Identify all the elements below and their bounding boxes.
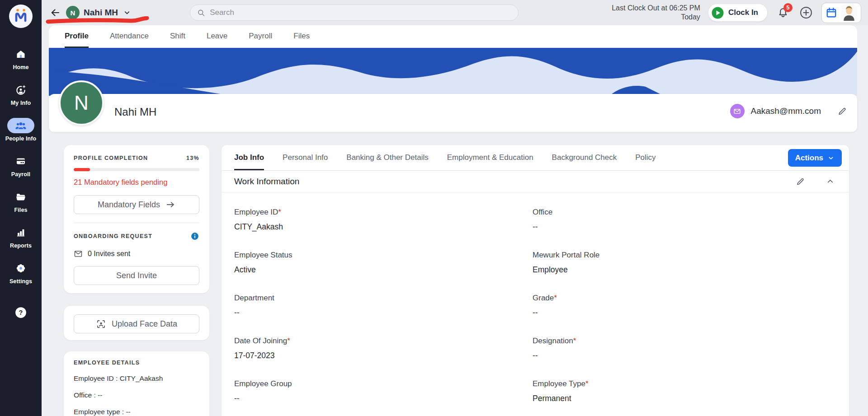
notifications-button[interactable]: 5	[775, 5, 791, 20]
mandatory-fields-button[interactable]: Mandatory Fields	[74, 195, 199, 214]
section-title: Work Information	[234, 177, 299, 187]
edit-profile-button[interactable]	[837, 106, 847, 116]
mandatory-pending-text: 21 Mandatory fields pending	[74, 178, 199, 187]
plus-circle-icon	[799, 6, 813, 19]
files-icon	[15, 192, 26, 202]
sidebar-item-label: Reports	[10, 243, 32, 249]
search-bar	[190, 5, 519, 21]
employee-details-title: EMPLOYEE DETAILS	[74, 360, 199, 366]
tab-employment-education[interactable]: Employment & Education	[447, 153, 533, 170]
sidebar-item-files[interactable]: Files	[0, 183, 42, 219]
profile-section-tabs: Job Info Personal Info Banking & Other D…	[222, 145, 849, 171]
field-designation: Designation* --	[533, 337, 835, 360]
sidebar-item-home[interactable]: Home	[0, 41, 42, 76]
required-marker: *	[573, 337, 576, 345]
profile-name: Nahi MH	[114, 106, 156, 118]
settings-gear-icon	[15, 262, 27, 274]
required-marker: *	[278, 208, 281, 216]
mewurk-logo-icon	[8, 4, 33, 29]
collapse-section-button[interactable]	[826, 177, 835, 186]
detail-office: Office : --	[74, 391, 199, 399]
required-marker: *	[554, 294, 557, 302]
tab-leave[interactable]: Leave	[207, 32, 227, 48]
tab-personal-info[interactable]: Personal Info	[283, 153, 328, 170]
tab-policy[interactable]: Policy	[635, 153, 656, 170]
notification-badge: 5	[783, 3, 793, 12]
pencil-icon	[837, 106, 847, 116]
field-label: Employee Status	[234, 251, 292, 259]
profile-completion-percent: 13%	[186, 155, 199, 161]
sidebar-item-settings[interactable]: Settings	[0, 255, 42, 290]
sidebar-item-reports[interactable]: Reports	[0, 219, 42, 255]
detail-employee-type: Employee type : --	[74, 408, 199, 416]
arrow-right-icon	[165, 200, 175, 210]
calendar-icon	[826, 7, 837, 19]
tab-payroll[interactable]: Payroll	[249, 32, 272, 48]
mail-icon	[733, 108, 741, 115]
field-label: Date Of Joining	[234, 337, 287, 345]
edit-work-info-button[interactable]	[796, 177, 805, 186]
play-icon	[712, 7, 724, 19]
profile-banner	[49, 48, 857, 96]
reports-icon	[15, 227, 26, 238]
profile-avatar: N	[59, 80, 104, 126]
home-icon	[15, 49, 26, 60]
profile-header-card: N Nahi MH Aakash@mm.com	[49, 94, 857, 132]
upload-face-data-button[interactable]: Upload Face Data	[74, 314, 199, 333]
user-avatar	[841, 5, 857, 21]
tab-job-info[interactable]: Job Info	[234, 153, 264, 170]
tab-shift[interactable]: Shift	[170, 32, 185, 48]
field-label: Employee Type	[533, 379, 585, 388]
sidebar-item-people-info[interactable]: People Info	[0, 112, 42, 148]
envelope-icon	[74, 249, 83, 258]
field-value: CITY_Aakash	[234, 222, 533, 232]
tab-attendance[interactable]: Attendance	[110, 32, 149, 48]
field-value: --	[533, 222, 835, 232]
banner-waves-graphic	[49, 48, 857, 96]
field-value: Active	[234, 265, 533, 275]
sidebar-item-payroll[interactable]: Payroll	[0, 148, 42, 183]
field-value: 17-07-2023	[234, 351, 533, 360]
actions-button[interactable]: Actions	[788, 149, 842, 167]
tab-profile[interactable]: Profile	[65, 32, 89, 48]
field-office: Office --	[533, 208, 835, 232]
sidebar-item-my-info[interactable]: My Info	[0, 76, 42, 112]
last-clock-out-day: Today	[612, 13, 700, 22]
quick-add-button[interactable]	[798, 5, 814, 20]
help-button[interactable]: ?	[14, 306, 28, 321]
work-information-header: Work Information	[222, 171, 849, 192]
field-label: Employee ID	[234, 208, 278, 216]
field-label: Grade	[533, 294, 554, 302]
last-clock-out-line: Last Clock Out at 06:25 PM	[612, 4, 700, 13]
upload-face-data-label: Upload Face Data	[112, 319, 177, 329]
required-marker: *	[287, 337, 290, 345]
back-button[interactable]	[48, 5, 62, 20]
field-grade: Grade* --	[533, 294, 835, 318]
search-input[interactable]	[210, 8, 512, 17]
user-menu[interactable]	[821, 3, 861, 23]
info-icon[interactable]	[190, 232, 199, 241]
sidebar-item-label: Payroll	[11, 171, 30, 178]
clock-in-label: Clock In	[728, 8, 758, 17]
detail-employee-id: Employee ID : CITY_Aakash	[74, 374, 199, 383]
field-label: Designation	[533, 337, 573, 345]
send-invite-button[interactable]: Send Invite	[74, 266, 199, 285]
field-label: Office	[533, 208, 552, 216]
field-employee-type: Employee Type* Permanent	[533, 379, 835, 403]
completion-progress-fill	[74, 168, 90, 171]
field-value: --	[234, 308, 533, 318]
field-label: Employee Group	[234, 379, 292, 388]
tab-banking-other-details[interactable]: Banking & Other Details	[346, 153, 428, 170]
tab-files[interactable]: Files	[293, 32, 310, 48]
employee-avatar-initial: N	[66, 6, 80, 19]
tab-background-check[interactable]: Background Check	[552, 153, 617, 170]
invites-sent-text: 0 Invites sent	[88, 250, 130, 258]
app-logo[interactable]	[8, 4, 33, 31]
send-invite-label: Send Invite	[116, 271, 157, 280]
arrow-left-icon	[50, 7, 61, 18]
employee-switcher[interactable]: N Nahi MH	[66, 6, 132, 19]
clock-in-button[interactable]: Clock In	[708, 4, 768, 22]
panel-divider	[74, 223, 199, 223]
profile-completion-title: PROFILE COMPLETION	[74, 155, 148, 161]
email-badge	[730, 104, 745, 118]
